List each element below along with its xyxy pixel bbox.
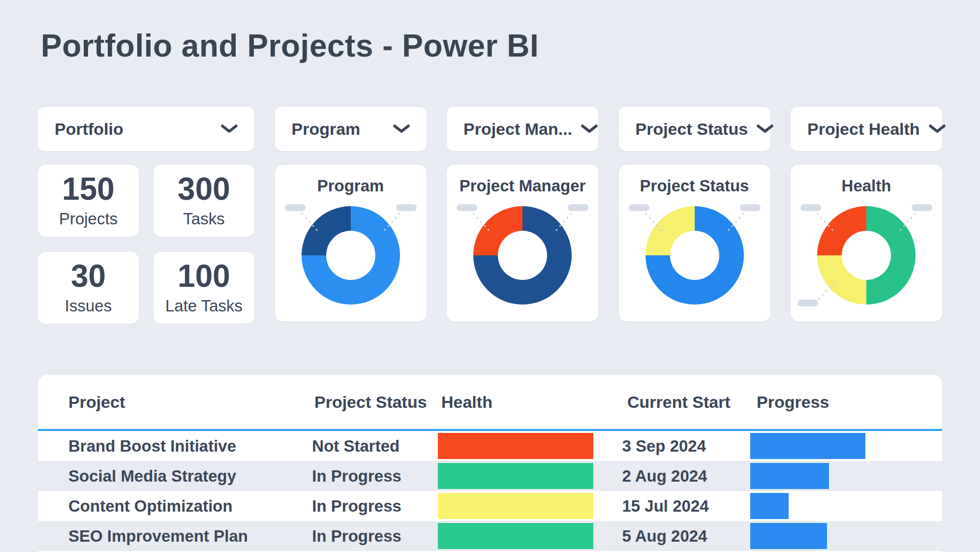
kpi-issues-label: Issues bbox=[65, 297, 112, 315]
filter-program[interactable]: Program bbox=[275, 107, 427, 151]
filter-project-health[interactable]: Project Health bbox=[791, 107, 942, 151]
callout-pill bbox=[457, 204, 477, 211]
cell-project: Brand Boost Initiative bbox=[38, 437, 312, 456]
page-title: Portfolio and Projects - Power BI bbox=[41, 28, 539, 64]
filter-program-label: Program bbox=[292, 120, 361, 139]
health-donut-chart[interactable] bbox=[817, 206, 916, 305]
kpi-late-tasks-value: 100 bbox=[178, 260, 230, 292]
donut-card-program: Program bbox=[275, 165, 427, 321]
cell-project: Content Optimization bbox=[38, 497, 312, 516]
callout-pill bbox=[800, 204, 821, 211]
column-header-progress: Progress bbox=[757, 393, 942, 412]
progress-bar bbox=[750, 493, 789, 519]
donut-card-health: Health bbox=[791, 165, 942, 321]
cell-current-start: 3 Sep 2024 bbox=[622, 437, 750, 456]
kpi-issues: 30 Issues bbox=[38, 252, 139, 324]
callout-pill bbox=[396, 204, 417, 211]
callout-pill bbox=[568, 204, 588, 211]
cell-project: SEO Improvement Plan bbox=[38, 527, 312, 546]
cell-project: Social Media Strategy bbox=[38, 467, 312, 486]
health-bar bbox=[438, 493, 593, 519]
table-row[interactable]: Content Optimization In Progress 15 Jul … bbox=[38, 491, 942, 521]
cell-current-start: 15 Jul 2024 bbox=[622, 497, 750, 516]
health-bar bbox=[438, 523, 593, 549]
summary-row: 150 Projects 300 Tasks 30 Issues 100 Lat… bbox=[38, 165, 942, 324]
kpi-projects-value: 150 bbox=[62, 173, 115, 205]
column-header-current-start: Current Start bbox=[627, 393, 757, 412]
column-header-health: Health bbox=[441, 393, 627, 412]
donut-card-project-status: Project Status bbox=[619, 165, 770, 321]
callout-pill bbox=[629, 204, 649, 211]
donut-title-project-status: Project Status bbox=[619, 165, 770, 195]
cell-current-start: 2 Aug 2024 bbox=[622, 467, 750, 486]
donut-title-project-manager: Project Manager bbox=[447, 165, 598, 195]
program-donut-chart[interactable] bbox=[302, 206, 400, 305]
cell-status: In Progress bbox=[312, 497, 438, 516]
filter-bar: Portfolio Program Project Man... Project… bbox=[38, 107, 942, 151]
project-status-donut-chart[interactable] bbox=[645, 206, 744, 305]
kpi-projects: 150 Projects bbox=[38, 165, 139, 237]
progress-bar bbox=[750, 463, 829, 489]
cell-current-start: 5 Aug 2024 bbox=[622, 527, 750, 546]
column-header-project-status: Project Status bbox=[314, 393, 441, 412]
progress-bar bbox=[750, 523, 827, 549]
donut-title-program: Program bbox=[275, 165, 427, 195]
cell-status: In Progress bbox=[312, 527, 438, 546]
filter-project-status-label: Project Status bbox=[636, 120, 748, 139]
filter-project-health-label: Project Health bbox=[807, 120, 920, 139]
power-bi-dashboard: { "page": { "title": "Portfolio and Proj… bbox=[0, 0, 980, 552]
column-header-project: Project bbox=[38, 393, 314, 412]
callout-pill bbox=[740, 204, 761, 211]
donut-card-project-manager: Project Manager bbox=[447, 165, 598, 321]
kpi-tasks-label: Tasks bbox=[183, 210, 224, 228]
callout-pill bbox=[285, 204, 306, 211]
kpi-grid: 150 Projects 300 Tasks 30 Issues 100 Lat… bbox=[38, 165, 254, 324]
kpi-projects-label: Projects bbox=[59, 210, 118, 228]
chevron-down-icon bbox=[393, 124, 410, 133]
filter-project-status[interactable]: Project Status bbox=[619, 107, 770, 151]
callout-pill bbox=[912, 204, 932, 211]
filter-portfolio-label: Portfolio bbox=[55, 120, 123, 139]
filter-portfolio[interactable]: Portfolio bbox=[38, 107, 254, 151]
table-row[interactable]: Social Media Strategy In Progress 2 Aug … bbox=[38, 461, 942, 491]
filter-project-manager[interactable]: Project Man... bbox=[447, 107, 598, 151]
cell-status: Not Started bbox=[312, 437, 438, 456]
kpi-issues-value: 30 bbox=[71, 260, 106, 292]
callout-pill bbox=[797, 300, 818, 307]
cell-status: In Progress bbox=[312, 467, 438, 486]
health-bar bbox=[438, 463, 593, 489]
chevron-down-icon bbox=[929, 124, 946, 133]
progress-bar bbox=[750, 433, 865, 459]
project-manager-donut-chart[interactable] bbox=[473, 206, 572, 305]
table-header-row: Project Project Status Health Current St… bbox=[38, 375, 942, 429]
table-row[interactable]: SEO Improvement Plan In Progress 5 Aug 2… bbox=[38, 521, 942, 551]
kpi-late-tasks: 100 Late Tasks bbox=[153, 252, 254, 324]
chevron-down-icon bbox=[581, 124, 598, 133]
kpi-tasks: 300 Tasks bbox=[153, 165, 254, 237]
chevron-down-icon bbox=[221, 124, 238, 133]
table-row[interactable]: Brand Boost Initiative Not Started 3 Sep… bbox=[38, 431, 942, 461]
kpi-tasks-value: 300 bbox=[178, 173, 230, 205]
filter-project-manager-label: Project Man... bbox=[463, 120, 572, 139]
chevron-down-icon bbox=[757, 124, 773, 133]
donut-title-health: Health bbox=[791, 165, 942, 195]
kpi-late-tasks-label: Late Tasks bbox=[165, 297, 243, 315]
projects-table: Project Project Status Health Current St… bbox=[38, 375, 942, 552]
health-bar bbox=[438, 433, 593, 459]
